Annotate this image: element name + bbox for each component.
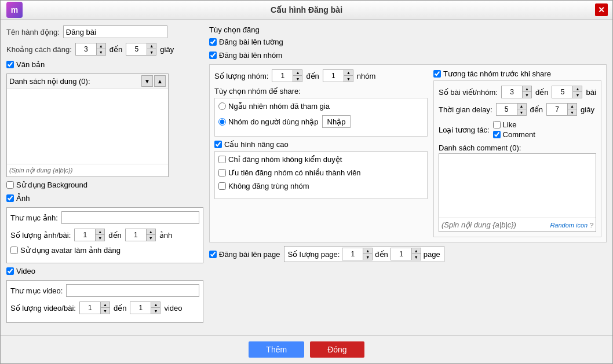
bai-from-up[interactable]: ▲ (522, 86, 531, 92)
delay-from-spinner[interactable]: ▲▼ (496, 103, 527, 116)
nhom-nguoi-dung-label[interactable]: Nhóm do người dùng nhập (218, 117, 319, 126)
bai-from-spinner[interactable]: ▲▼ (501, 86, 532, 98)
cau-hinh-nang-cao-label[interactable]: Cấu hình nâng cao (214, 140, 428, 149)
like-checkbox[interactable] (493, 121, 501, 128)
dang-len-tuong-checkbox[interactable] (209, 38, 217, 46)
anh-from-down[interactable]: ▼ (95, 235, 104, 241)
khong-dang-label[interactable]: Không đăng trùng nhóm (218, 182, 309, 190)
background-checkbox[interactable] (6, 181, 14, 189)
nhom-from-input[interactable] (272, 70, 293, 82)
video-to-up[interactable]: ▲ (151, 302, 160, 308)
chi-dang-label[interactable]: Chỉ đăng nhóm không kiểm duyệt (218, 155, 342, 164)
nhom-from-down[interactable]: ▼ (293, 76, 302, 82)
question-mark[interactable]: ? (590, 222, 593, 229)
dang-len-page-checkbox[interactable] (209, 251, 217, 258)
schedule-to-input[interactable] (126, 43, 147, 55)
schedule-to-up[interactable]: ▲ (147, 43, 156, 49)
page-from-up[interactable]: ▲ (363, 248, 372, 254)
cau-hinh-nang-cao-checkbox[interactable] (214, 141, 222, 148)
dong-button[interactable]: Đóng (310, 341, 364, 358)
content-list-area[interactable] (7, 89, 168, 164)
delay-to-up[interactable]: ▲ (567, 104, 576, 109)
khong-dang-checkbox[interactable] (218, 182, 226, 190)
nhom-to-down[interactable]: ▼ (344, 76, 353, 82)
nhap-button[interactable]: Nhập (322, 115, 351, 128)
delay-from-down[interactable]: ▼ (517, 109, 526, 115)
schedule-from-down[interactable]: ▼ (96, 49, 105, 55)
random-nhom-label[interactable]: Ngẫu nhiên nhóm đã tham gia (218, 102, 330, 111)
dang-len-nhom-label[interactable]: Đăng bài lên nhóm (209, 51, 282, 60)
anh-from-up[interactable]: ▲ (95, 229, 104, 235)
van-ban-checkbox-label[interactable]: Văn bản (6, 60, 45, 69)
bai-to-up[interactable]: ▲ (572, 86, 582, 92)
delay-from-up[interactable]: ▲ (517, 104, 526, 109)
delay-to-spinner[interactable]: ▲▼ (546, 103, 577, 116)
like-label[interactable]: Like (493, 120, 535, 129)
video-from-up[interactable]: ▲ (100, 302, 110, 308)
anh-to-up[interactable]: ▲ (146, 229, 155, 235)
action-input[interactable] (63, 25, 167, 38)
nhom-to-spinner[interactable]: ▲▼ (323, 69, 353, 82)
page-to-down[interactable]: ▼ (411, 254, 421, 260)
page-from-spinner[interactable]: ▲▼ (342, 248, 373, 260)
schedule-to-down[interactable]: ▼ (147, 49, 156, 55)
anh-from-spinner[interactable]: ▲▼ (74, 229, 105, 241)
van-ban-checkbox[interactable] (6, 61, 14, 68)
video-checkbox[interactable] (6, 267, 14, 275)
content-list-down-btn[interactable]: ▼ (141, 75, 153, 87)
anh-to-spinner[interactable]: ▲▼ (125, 229, 156, 241)
background-checkbox-label[interactable]: Sử dụng Background (6, 181, 87, 189)
bai-from-down[interactable]: ▼ (522, 92, 531, 98)
delay-to-input[interactable] (547, 104, 567, 115)
bai-from-input[interactable] (502, 86, 522, 98)
page-to-up[interactable]: ▲ (411, 248, 421, 254)
comment-label[interactable]: Comment (493, 130, 535, 139)
schedule-from-spinner[interactable]: ▲ ▼ (75, 43, 106, 56)
video-to-down[interactable]: ▼ (151, 308, 160, 314)
close-button[interactable]: ✕ (595, 3, 608, 16)
anh-from-input[interactable] (75, 229, 95, 241)
video-to-spinner[interactable]: ▲▼ (130, 302, 160, 314)
nhom-to-up[interactable]: ▲ (344, 70, 353, 76)
video-from-input[interactable] (80, 302, 100, 314)
avatar-checkbox-label[interactable]: Sử dụng avatar làm ảnh đăng (10, 246, 121, 255)
uu-tien-label[interactable]: Ưu tiên đăng nhóm có nhiều thành viên (218, 168, 361, 177)
dang-len-nhom-checkbox[interactable] (209, 52, 217, 59)
dang-len-page-label[interactable]: Đăng bài lên page (209, 250, 280, 259)
anh-checkbox-label[interactable]: Ảnh (6, 194, 30, 203)
random-nhom-radio[interactable] (218, 102, 226, 110)
thu-muc-video-input[interactable] (66, 284, 199, 297)
schedule-from-input[interactable] (76, 43, 96, 55)
chi-dang-checkbox[interactable] (218, 156, 226, 163)
schedule-to-spinner[interactable]: ▲ ▼ (126, 43, 156, 56)
nhom-from-spinner[interactable]: ▲▼ (272, 69, 302, 82)
anh-to-down[interactable]: ▼ (146, 235, 155, 241)
delay-to-down[interactable]: ▼ (567, 109, 576, 115)
avatar-checkbox[interactable] (10, 247, 18, 254)
video-from-down[interactable]: ▼ (100, 308, 110, 314)
tuong-tac-checkbox[interactable] (433, 70, 441, 78)
nhom-nguoi-dung-radio[interactable] (218, 118, 226, 126)
video-checkbox-label[interactable]: Video (6, 267, 35, 275)
page-from-down[interactable]: ▼ (363, 254, 372, 260)
anh-to-input[interactable] (126, 229, 146, 241)
delay-from-input[interactable] (497, 104, 517, 115)
bai-to-input[interactable] (552, 86, 572, 98)
bai-to-down[interactable]: ▼ (572, 92, 582, 98)
nhom-from-up[interactable]: ▲ (293, 70, 302, 76)
page-from-input[interactable] (342, 248, 363, 260)
random-icon-link[interactable]: Random icon (550, 222, 588, 229)
dang-len-tuong-label[interactable]: Đăng bài lên tường (209, 38, 283, 46)
schedule-from-up[interactable]: ▲ (96, 43, 105, 49)
thu-muc-anh-input[interactable] (61, 211, 199, 224)
bai-to-spinner[interactable]: ▲▼ (552, 86, 582, 98)
nhom-to-input[interactable] (323, 70, 344, 82)
uu-tien-checkbox[interactable] (218, 169, 226, 177)
content-list-up-btn[interactable]: ▲ (154, 75, 166, 87)
comment-checkbox[interactable] (493, 131, 501, 138)
video-from-spinner[interactable]: ▲▼ (79, 302, 110, 314)
them-button[interactable]: Thêm (249, 341, 304, 358)
page-to-spinner[interactable]: ▲▼ (391, 248, 421, 260)
anh-checkbox[interactable] (6, 194, 14, 202)
video-to-input[interactable] (130, 302, 151, 314)
